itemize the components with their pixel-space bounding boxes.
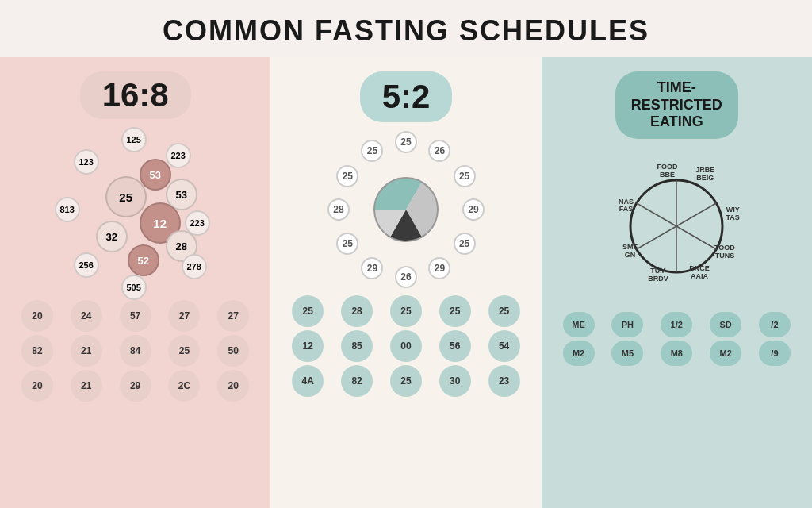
clock-52: 252625292529262925282525 <box>327 130 485 289</box>
col-tre: TIME-RESTRICTEDEATING FOOD BBEJRBE BEIGW… <box>542 57 812 508</box>
radial-label: NAS FAS <box>608 198 643 214</box>
stats-16-8: 202457272782218425502021292C20 <box>13 300 258 405</box>
stat-bubble: M8 <box>661 341 692 366</box>
stat-bubble: 25 <box>168 335 200 367</box>
clock-number: 25 <box>454 165 476 187</box>
stats-row: 4A82253023 <box>283 365 528 397</box>
clock-svg <box>327 130 485 289</box>
page: COMMON FASTING SCHEDULES 16:8 1252231235… <box>0 0 812 508</box>
stat-bubble: 20 <box>21 370 53 402</box>
stats-tre: MEPH1/2SD/2M2M5M8M2/9 <box>554 312 799 369</box>
radial-label: FOOD BBE <box>650 164 685 179</box>
stat-bubble: 85 <box>341 330 373 362</box>
svg-line-3 <box>676 203 716 226</box>
stat-bubble: M2 <box>563 341 595 366</box>
stat-bubble: 21 <box>71 335 102 367</box>
bubble: 813 <box>55 197 80 222</box>
stats-row: MEPH1/2SD/2 <box>554 312 799 337</box>
stats-row: 2528252525 <box>283 295 528 327</box>
stat-bubble: 20 <box>217 370 249 402</box>
clock-number: 25 <box>336 165 358 187</box>
stat-bubble: 25 <box>439 295 471 327</box>
stats-row: 2021292C20 <box>13 370 258 402</box>
stat-bubble: M5 <box>611 341 643 366</box>
label-52: 5:2 <box>360 71 453 122</box>
label-tre: TIME-RESTRICTEDEATING <box>615 71 738 139</box>
stat-bubble: /2 <box>759 312 791 337</box>
bubble: 25 <box>105 176 147 217</box>
bubble: 125 <box>121 127 147 152</box>
stat-bubble: 23 <box>488 365 520 397</box>
stat-bubble: 4A <box>292 365 324 397</box>
stat-bubble: 21 <box>71 370 102 402</box>
stat-bubble: SD <box>710 312 741 337</box>
stat-bubble: 27 <box>217 300 249 332</box>
col-16-8: 16:8 12522312353255381312223322852256278… <box>0 57 270 508</box>
label-16-8: 16:8 <box>80 71 191 119</box>
stat-bubble: 57 <box>120 300 151 332</box>
stat-bubble: 82 <box>341 365 373 397</box>
clock-number: 29 <box>361 257 383 279</box>
stat-bubble: 56 <box>439 330 471 362</box>
bubble: 123 <box>74 149 99 175</box>
stat-bubble: 25 <box>488 295 520 327</box>
stat-bubble: 00 <box>390 330 422 362</box>
stat-bubble: 25 <box>390 295 422 327</box>
stat-bubble: PH <box>611 312 643 337</box>
stat-bubble: 84 <box>120 335 151 367</box>
stat-bubble: 30 <box>439 365 471 397</box>
stat-bubble: ME <box>563 312 595 337</box>
columns: 16:8 12522312353255381312223322852256278… <box>0 57 812 508</box>
stat-bubble: 50 <box>217 335 249 367</box>
bubble: 32 <box>96 221 128 252</box>
stat-bubble: 12 <box>292 330 324 362</box>
header: COMMON FASTING SCHEDULES <box>0 0 812 57</box>
stats-52: 252825252512850056544A82253023 <box>283 295 528 400</box>
stat-bubble: 29 <box>120 370 151 402</box>
stat-bubble: 54 <box>488 330 520 362</box>
radial-label: WIY TAS <box>715 206 750 222</box>
bubble: 53 <box>140 159 171 190</box>
stat-bubble: 28 <box>341 295 373 327</box>
stats-row: M2M5M8M2/9 <box>554 341 799 366</box>
clock-number: 26 <box>395 266 417 288</box>
bubble: 278 <box>182 254 207 279</box>
bubble: 52 <box>128 244 159 276</box>
stat-bubble: 1/2 <box>661 312 692 337</box>
stat-bubble: 25 <box>292 295 324 327</box>
radial-label: TUM BRDV <box>641 267 676 283</box>
clock-number: 28 <box>327 198 350 221</box>
stats-row: 8221842550 <box>13 335 258 367</box>
clock-number: 29 <box>462 198 485 221</box>
radial-label: DNCE AAIA <box>682 265 717 281</box>
radial-label: SMF GN <box>612 244 647 260</box>
bubble-cluster-16-8: 12522312353255381312223322852256278505 <box>48 127 223 294</box>
stats-row: 2024572727 <box>13 300 258 332</box>
stat-bubble: 82 <box>21 335 53 367</box>
bubble: 223 <box>166 143 191 168</box>
radial-tre: FOOD BBEJRBE BEIGWIY TASTOOD TUNSDNCE AA… <box>597 147 756 306</box>
stats-row: 1285005654 <box>283 330 528 362</box>
stat-bubble: /9 <box>759 341 791 366</box>
clock-number: 25 <box>336 233 358 255</box>
stat-bubble: 25 <box>390 365 422 397</box>
bubble: 505 <box>121 275 147 300</box>
radial-label: JRBE BEIG <box>688 167 722 183</box>
clock-number: 25 <box>395 131 417 153</box>
col-52: 5:2 252625292529262925282525 25282525251… <box>270 57 541 508</box>
page-title: COMMON FASTING SCHEDULES <box>0 14 812 48</box>
stat-bubble: 24 <box>71 300 102 332</box>
bubble: 256 <box>74 252 99 278</box>
stat-bubble: 20 <box>21 300 53 332</box>
stat-bubble: 27 <box>168 300 200 332</box>
stat-bubble: 2C <box>168 370 200 402</box>
stat-bubble: M2 <box>710 341 741 366</box>
clock-number: 29 <box>428 257 450 279</box>
clock-number: 25 <box>454 233 476 255</box>
radial-label: TOOD TUNS <box>707 244 742 260</box>
